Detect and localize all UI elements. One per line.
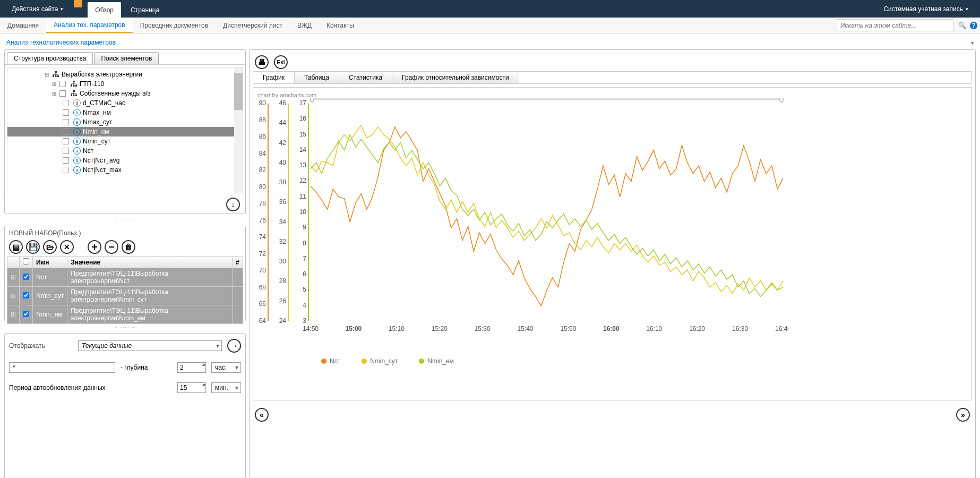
- row-checkbox[interactable]: [23, 311, 29, 317]
- tree-node[interactable]: ⊞ГТП-110: [7, 79, 243, 89]
- node-checkbox[interactable]: [63, 100, 69, 106]
- save-button[interactable]: 💾: [26, 240, 40, 254]
- row-checkbox[interactable]: [23, 274, 29, 280]
- tree-scrollbar[interactable]: [234, 67, 243, 193]
- tree-node[interactable]: Nст|Nст_max: [7, 165, 243, 175]
- node-checkbox[interactable]: [63, 129, 69, 135]
- tree-node[interactable]: Nmax_нм: [7, 108, 243, 117]
- node-checkbox[interactable]: [63, 157, 69, 164]
- svg-text:16:30: 16:30: [732, 325, 748, 332]
- node-checkbox[interactable]: [63, 109, 69, 116]
- splitter-grip-2[interactable]: - ···· -: [4, 323, 246, 331]
- export-excel-button[interactable]: Exl: [274, 55, 288, 69]
- depth-filter-input[interactable]: *: [9, 362, 115, 373]
- page-title-dropdown[interactable]: ▾: [971, 40, 974, 46]
- tab-search-elements[interactable]: Поиск элементов: [94, 52, 159, 64]
- print-button[interactable]: 🖶: [255, 55, 269, 69]
- site-actions-menu[interactable]: Действия сайта: [5, 0, 70, 18]
- node-checkbox[interactable]: [59, 90, 66, 97]
- expander-icon[interactable]: ⊟: [44, 72, 50, 78]
- legend-item[interactable]: Nmin_сут: [362, 357, 398, 365]
- table-row[interactable]: ⊞NстПредприятие\ТЭЦ-11\Выработка электро…: [7, 268, 243, 287]
- svg-text:30: 30: [279, 258, 287, 265]
- depth-value-spinner[interactable]: 2: [177, 362, 206, 373]
- remove-button[interactable]: −: [105, 240, 118, 254]
- top-nav: Домашняя Анализ тех. параметров Проводни…: [0, 18, 980, 33]
- analog-tag-icon: [73, 109, 81, 116]
- node-checkbox[interactable]: [63, 167, 69, 173]
- row-name: Nmin_сут: [33, 287, 67, 305]
- nav-dispatch[interactable]: Диспетчерский лист: [216, 18, 290, 33]
- refresh-value-spinner[interactable]: 15: [177, 382, 206, 393]
- chart-tab[interactable]: График: [253, 72, 295, 83]
- node-label: Nmin_нм: [83, 128, 109, 135]
- tree-node[interactable]: ⊞Собственные нужды э/э: [7, 89, 243, 98]
- select-all-checkbox[interactable]: [23, 258, 29, 264]
- prev-button[interactable]: «: [255, 408, 269, 422]
- open-button[interactable]: 🗁: [43, 240, 57, 254]
- tree-node[interactable]: Nст|Nст_avg: [7, 156, 243, 165]
- svg-text:14:50: 14:50: [303, 325, 319, 332]
- row-expander[interactable]: ⊞: [7, 305, 20, 324]
- legend-item[interactable]: Nmin_нм: [419, 357, 454, 365]
- add-button[interactable]: +: [88, 240, 101, 254]
- expander-icon[interactable]: ⊞: [51, 91, 57, 97]
- col-hash[interactable]: #: [233, 257, 243, 268]
- node-checkbox[interactable]: [63, 148, 69, 154]
- svg-rect-9: [75, 85, 77, 87]
- ribbon-tab-overview[interactable]: Обзор: [88, 2, 121, 18]
- nav-vzd[interactable]: ВЖД: [290, 18, 319, 33]
- node-checkbox[interactable]: [63, 119, 69, 125]
- trash-button[interactable]: 🗑: [122, 240, 135, 254]
- svg-text:86: 86: [259, 133, 267, 140]
- search-icon[interactable]: 🔍: [957, 18, 967, 33]
- download-tree-button[interactable]: ↓: [226, 198, 240, 211]
- chart-tab[interactable]: График относительной зависимости: [392, 72, 519, 83]
- splitter-grip[interactable]: - ···· -: [4, 216, 246, 224]
- legend-item[interactable]: Nст: [321, 357, 340, 365]
- svg-text:84: 84: [259, 150, 267, 157]
- row-checkbox[interactable]: [23, 292, 29, 298]
- row-expander[interactable]: ⊞: [7, 268, 20, 287]
- nav-docs[interactable]: Проводник документов: [133, 18, 216, 33]
- depth-unit-select[interactable]: час.: [211, 362, 241, 373]
- chart-tab[interactable]: Таблица: [295, 72, 339, 83]
- analog-tag-icon: [73, 128, 81, 135]
- ribbon-tab-page[interactable]: Страница: [123, 2, 167, 18]
- col-name[interactable]: Имя: [33, 257, 67, 268]
- tree-node[interactable]: Nmax_сут: [7, 117, 243, 127]
- col-value[interactable]: Значение: [67, 257, 233, 268]
- refresh-unit-select[interactable]: мин.: [211, 382, 241, 393]
- navigate-up-icon[interactable]: [74, 0, 82, 7]
- tab-structure[interactable]: Структура производства: [7, 52, 93, 64]
- table-row[interactable]: ⊞Nmin_сутПредприятие\ТЭЦ-11\Выработка эл…: [7, 287, 243, 305]
- next-button[interactable]: »: [956, 408, 970, 422]
- svg-text:7: 7: [303, 255, 306, 262]
- search-input[interactable]: [837, 19, 953, 31]
- svg-text:64: 64: [259, 317, 267, 325]
- tree-node[interactable]: Nст: [7, 146, 243, 156]
- chart-tab[interactable]: Статистика: [339, 72, 392, 83]
- apply-button[interactable]: →: [227, 339, 241, 353]
- analog-tag-icon: [73, 147, 81, 155]
- tree-node[interactable]: Nmin_сут: [7, 136, 243, 146]
- table-row[interactable]: ⊞Nmin_нмПредприятие\ТЭЦ-11\Выработка эле…: [7, 305, 243, 324]
- display-select[interactable]: Текущие данные: [78, 340, 222, 351]
- nav-analysis[interactable]: Анализ тех. параметров: [46, 18, 133, 33]
- row-expander[interactable]: ⊞: [7, 287, 20, 305]
- new-button[interactable]: ▤: [9, 240, 23, 254]
- help-icon[interactable]: ?: [967, 18, 980, 33]
- account-menu[interactable]: Системная учетная запись: [877, 5, 975, 13]
- node-checkbox[interactable]: [63, 138, 69, 144]
- svg-text:16:40: 16:40: [775, 325, 788, 332]
- tree-node[interactable]: d_СТМиС_час: [7, 98, 243, 108]
- tree-node[interactable]: Nmin_нм: [7, 127, 243, 136]
- expander-icon[interactable]: ⊞: [51, 81, 57, 87]
- chart-credit[interactable]: chart by amcharts.com: [257, 92, 967, 98]
- delete-button[interactable]: ✕: [60, 240, 74, 254]
- nav-contacts[interactable]: Контакты: [319, 18, 362, 33]
- svg-rect-7: [71, 85, 72, 87]
- node-checkbox[interactable]: [59, 81, 66, 87]
- nav-home[interactable]: Домашняя: [0, 18, 46, 33]
- svg-text:15:00: 15:00: [346, 325, 362, 332]
